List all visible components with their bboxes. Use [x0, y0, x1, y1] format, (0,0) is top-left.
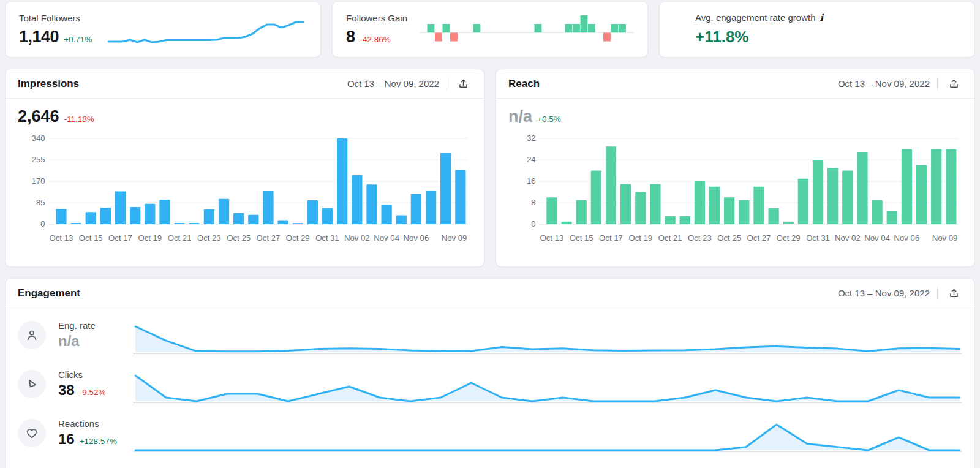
eng-rate-text: Eng. rate n/a [58, 320, 133, 350]
followers-gain-minibars [420, 8, 634, 51]
impressions-card: Impressions Oct 13 – Nov 09, 2022 2,646 … [5, 69, 484, 267]
svg-text:Nov 09: Nov 09 [442, 233, 467, 243]
divider [447, 78, 447, 90]
reach-value: n/a [508, 107, 532, 126]
impressions-header: Impressions Oct 13 – Nov 09, 2022 [6, 69, 484, 99]
followers-gain-value: 8 [346, 28, 355, 47]
reactions-delta: +128.57% [80, 437, 117, 446]
svg-text:Oct 27: Oct 27 [257, 233, 281, 243]
export-button[interactable] [945, 285, 962, 301]
svg-text:Nov 06: Nov 06 [404, 233, 429, 243]
total-followers-text: Total Followers 1,140 +0.71% [19, 13, 105, 47]
charts-row: Impressions Oct 13 – Nov 09, 2022 2,646 … [5, 69, 975, 267]
impressions-bar-chart: 085170255340Oct 13Oct 15Oct 17Oct 19Oct … [18, 130, 472, 252]
engagement-rows: Eng. rate n/a Clicks 38 -9.52% [6, 308, 974, 458]
impressions-body: 2,646 -11.18% 085170255340Oct 13Oct 15Oc… [6, 99, 484, 252]
svg-text:16: 16 [527, 177, 536, 186]
clicks-delta: -9.52% [80, 388, 106, 397]
export-icon [948, 78, 960, 89]
svg-text:Oct 31: Oct 31 [315, 233, 339, 243]
engagement-title: Engagement [18, 287, 80, 300]
svg-text:Oct 25: Oct 25 [227, 233, 251, 243]
reactions-line-chart [133, 420, 962, 453]
avg-engagement-growth-label: Avg. engagement rate growthi [695, 12, 823, 23]
followers-gain-delta: -42.86% [360, 35, 391, 44]
total-followers-label: Total Followers [19, 13, 105, 23]
cursor-icon [18, 370, 46, 398]
avg-engagement-growth-value: +11.8% [695, 28, 823, 47]
engagement-row-eng-rate: Eng. rate n/a [18, 311, 962, 360]
total-followers-sparkline [105, 9, 307, 50]
reactions-text: Reactions 16 +128.57% [58, 418, 133, 448]
engagement-card: Engagement Oct 13 – Nov 09, 2022 Eng. ra… [5, 278, 975, 468]
engagement-header: Engagement Oct 13 – Nov 09, 2022 [6, 279, 974, 308]
svg-text:24: 24 [527, 156, 536, 165]
reach-bar-chart: 08162432Oct 13Oct 15Oct 17Oct 19Oct 21Oc… [508, 130, 962, 252]
svg-text:Oct 23: Oct 23 [197, 233, 221, 243]
svg-text:Oct 27: Oct 27 [747, 233, 771, 243]
reach-delta: +0.5% [537, 115, 561, 124]
svg-text:85: 85 [36, 198, 45, 208]
svg-text:Oct 15: Oct 15 [79, 233, 103, 243]
impressions-value: 2,646 [18, 107, 59, 126]
eng-rate-value: n/a [58, 333, 80, 350]
svg-text:Oct 23: Oct 23 [688, 233, 712, 243]
svg-text:Oct 17: Oct 17 [599, 233, 623, 243]
eng-rate-line-chart [133, 322, 962, 355]
followers-gain-text: Followers Gain 8 -42.86% [346, 13, 415, 47]
avg-engagement-growth-text: Avg. engagement rate growthi +11.8% [673, 12, 823, 47]
svg-text:Oct 13: Oct 13 [540, 233, 564, 243]
divider [937, 287, 938, 300]
avg-engagement-growth-card: Avg. engagement rate growthi +11.8% [659, 1, 975, 58]
total-followers-card: Total Followers 1,140 +0.71% [5, 1, 321, 58]
person-icon [18, 321, 46, 349]
svg-text:Oct 19: Oct 19 [628, 233, 652, 243]
info-icon[interactable]: i [820, 12, 824, 23]
clicks-value: 38 [58, 382, 75, 399]
followers-gain-card: Followers Gain 8 -42.86% [332, 1, 648, 58]
date-range: Oct 13 – Nov 09, 2022 [347, 78, 439, 89]
svg-text:0: 0 [531, 220, 535, 229]
svg-text:Nov 02: Nov 02 [344, 233, 370, 243]
export-icon [948, 287, 960, 299]
svg-text:255: 255 [32, 156, 45, 165]
heart-icon [18, 419, 46, 447]
impressions-delta: -11.18% [64, 115, 94, 124]
svg-text:Oct 29: Oct 29 [286, 233, 310, 243]
reach-header: Reach Oct 13 – Nov 09, 2022 [496, 69, 974, 99]
reactions-label: Reactions [58, 418, 133, 429]
total-followers-delta: +0.71% [64, 35, 92, 44]
svg-text:Oct 31: Oct 31 [806, 233, 830, 243]
reach-card: Reach Oct 13 – Nov 09, 2022 n/a +0.5% 08… [496, 69, 975, 267]
svg-text:170: 170 [32, 177, 45, 186]
svg-text:0: 0 [40, 220, 45, 229]
svg-text:Nov 06: Nov 06 [894, 233, 920, 243]
svg-text:Nov 04: Nov 04 [864, 233, 890, 243]
engagement-row-reactions: Reactions 16 +128.57% [18, 409, 962, 458]
clicks-label: Clicks [58, 369, 133, 380]
svg-text:Oct 19: Oct 19 [138, 233, 162, 243]
svg-text:Nov 09: Nov 09 [932, 233, 958, 243]
svg-text:Oct 15: Oct 15 [570, 233, 594, 243]
summary-cards-row: Total Followers 1,140 +0.71% Followers G… [5, 1, 975, 58]
svg-text:340: 340 [32, 134, 45, 143]
clicks-text: Clicks 38 -9.52% [58, 369, 133, 399]
analytics-page: Total Followers 1,140 +0.71% Followers G… [0, 0, 980, 468]
engagement-row-clicks: Clicks 38 -9.52% [18, 360, 962, 409]
export-icon [458, 78, 469, 89]
reach-body: n/a +0.5% 08162432Oct 13Oct 15Oct 17Oct … [496, 99, 974, 252]
svg-text:Oct 25: Oct 25 [717, 233, 741, 243]
export-button[interactable] [945, 76, 962, 92]
svg-text:8: 8 [531, 198, 535, 208]
date-range: Oct 13 – Nov 09, 2022 [838, 78, 930, 89]
impressions-title: Impressions [18, 78, 79, 90]
svg-text:Oct 29: Oct 29 [777, 233, 801, 243]
clicks-line-chart [133, 371, 962, 404]
svg-text:Nov 04: Nov 04 [374, 233, 399, 243]
svg-text:Nov 02: Nov 02 [835, 233, 861, 243]
total-followers-value: 1,140 [19, 28, 59, 47]
divider [937, 78, 938, 90]
export-button[interactable] [454, 76, 472, 92]
svg-text:Oct 21: Oct 21 [658, 233, 682, 243]
followers-gain-label: Followers Gain [346, 13, 415, 23]
